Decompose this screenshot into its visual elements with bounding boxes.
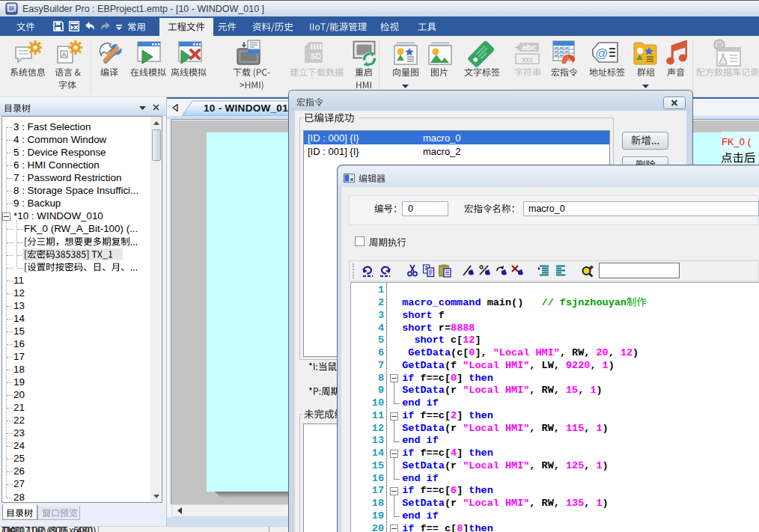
svg-text:abc: abc	[522, 43, 537, 52]
svg-text:@: @	[595, 46, 608, 61]
svg-text:xxx: xxx	[522, 55, 533, 64]
svg-text:A: A	[61, 51, 66, 58]
svg-text:SD: SD	[311, 52, 321, 61]
